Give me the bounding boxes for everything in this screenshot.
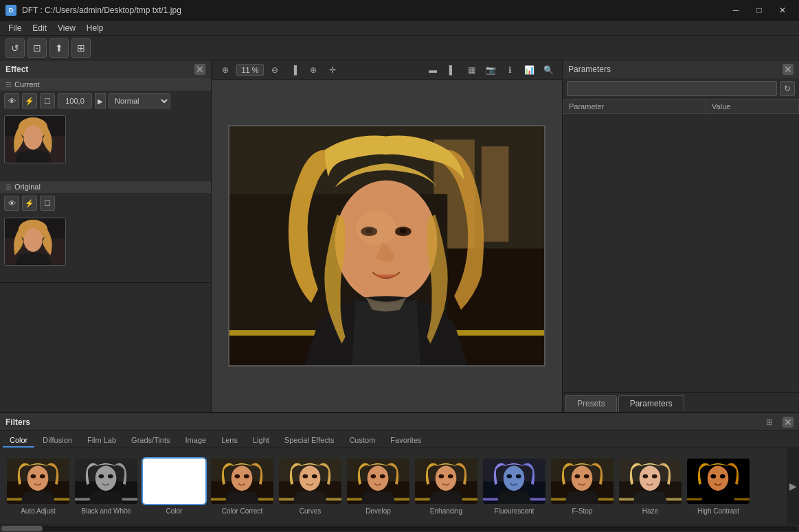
split-h-btn[interactable]: ▬: [425, 62, 441, 78]
filter-tab-favorites[interactable]: Favorites: [383, 434, 428, 448]
filter-tab-filmlab[interactable]: Film Lab: [80, 434, 123, 448]
svg-point-89: [708, 466, 729, 491]
layer-mask-btn[interactable]: ☐: [40, 93, 55, 108]
filters-panel: Filters ⊞ ✕ Color Diffusion Film Lab Gra…: [0, 412, 799, 532]
center-area: ⊕ 11 % ⊖ ▐ ⊕ ✛ ▬ ▌ ▦ 📷 ℹ 📊 🔍: [212, 60, 562, 412]
filter-tab-color[interactable]: Color: [3, 434, 34, 448]
layer-visibility-btn[interactable]: 👁: [4, 93, 19, 108]
loupe-btn[interactable]: 🔍: [540, 62, 556, 78]
effect-section-header: Effect ✕: [0, 60, 211, 78]
param-col-header: Parameter: [563, 100, 706, 114]
menu-edit[interactable]: Edit: [27, 22, 52, 34]
filter-item[interactable]: Fluourescent: [482, 457, 547, 515]
filter-item[interactable]: Auto Adjust: [5, 457, 71, 515]
presets-tab[interactable]: Presets: [565, 395, 617, 412]
opacity-arrow[interactable]: ▶: [95, 93, 106, 108]
filter-tab-image[interactable]: Image: [179, 434, 214, 448]
effect-close-button[interactable]: ✕: [194, 64, 205, 75]
params-close-button[interactable]: ✕: [783, 64, 794, 75]
filter-thumb-label: Haze: [642, 507, 658, 515]
svg-point-84: [652, 474, 657, 478]
filter-thumb-image: [550, 457, 615, 505]
filter-item[interactable]: F-Stop: [550, 457, 615, 515]
svg-point-68: [504, 466, 525, 491]
zoom-out-btn[interactable]: ⊖: [267, 62, 283, 78]
toolbar-save[interactable]: ⊞: [71, 38, 91, 58]
filter-item[interactable]: Develop: [346, 457, 411, 515]
image-toolbar: ⊕ 11 % ⊖ ▐ ⊕ ✛ ▬ ▌ ▦ 📷 ℹ 📊 🔍: [212, 60, 562, 80]
filter-thumb-image: [686, 457, 751, 505]
histogram-btn[interactable]: 📊: [521, 62, 537, 78]
svg-point-83: [642, 474, 648, 478]
split-vertical-btn[interactable]: ▐: [286, 62, 302, 78]
parameters-tab[interactable]: Parameters: [618, 395, 684, 412]
filter-item[interactable]: Haze: [618, 457, 683, 515]
fit-btn[interactable]: ⊕: [305, 62, 322, 78]
svg-point-76: [574, 474, 580, 478]
right-tabs: Presets Parameters: [563, 392, 799, 412]
filter-scroll-right[interactable]: ▶: [787, 448, 799, 524]
split-v-btn[interactable]: ▌: [444, 62, 460, 78]
opacity-input[interactable]: [58, 93, 92, 108]
pan-btn[interactable]: ✛: [324, 62, 341, 78]
filter-item[interactable]: Color Correct: [210, 457, 275, 515]
svg-point-28: [40, 474, 45, 478]
filter-thumb-label: Fluourescent: [495, 507, 534, 515]
svg-point-20: [400, 228, 407, 233]
main-toolbar: ↺ ⊡ ⬆ ⊞: [0, 36, 799, 60]
filter-item[interactable]: Color: [142, 457, 207, 515]
main-layout: Effect ✕ ☰ Current 👁 ⚡ ☐ ▶ Normal Mu: [0, 60, 799, 412]
camera-btn[interactable]: 📷: [482, 62, 499, 78]
title-text: DFT : C:/Users/admin/Desktop/tmp txt/1.j…: [22, 5, 181, 15]
layer-power-btn[interactable]: ⚡: [22, 93, 37, 108]
filter-thumbs-container: Auto Adjust Black and White Color: [0, 448, 799, 524]
close-button[interactable]: ✕: [772, 3, 794, 17]
svg-point-42: [244, 474, 249, 478]
filter-thumb-label: Curves: [300, 507, 322, 515]
current-thumbnail: [4, 115, 66, 163]
params-search-input[interactable]: [567, 81, 777, 96]
filter-thumb-label: Black and White: [81, 507, 131, 515]
grid-btn[interactable]: ▦: [463, 62, 480, 78]
scrollbar-thumb[interactable]: [1, 526, 43, 531]
svg-rect-11: [482, 146, 509, 242]
filter-tab-grads[interactable]: Grads/Tints: [124, 434, 177, 448]
maximize-button[interactable]: □: [748, 3, 770, 17]
toolbar-rotate-left[interactable]: ↺: [5, 38, 25, 58]
menu-help[interactable]: Help: [81, 22, 109, 34]
effect-section-title: Effect: [5, 65, 28, 74]
params-search: ↻: [563, 78, 799, 99]
svg-point-75: [572, 466, 593, 491]
filter-thumb-image: [74, 457, 139, 505]
info-btn[interactable]: ℹ: [502, 62, 518, 78]
toolbar-upload[interactable]: ⬆: [49, 38, 69, 58]
filter-tab-special[interactable]: Special Effects: [278, 434, 341, 448]
filter-item[interactable]: Curves: [278, 457, 343, 515]
filter-item[interactable]: High Contrast: [686, 457, 751, 515]
grid-view-button[interactable]: ⊞: [762, 415, 777, 430]
filter-tab-lens[interactable]: Lens: [214, 434, 245, 448]
filter-tab-custom[interactable]: Custom: [342, 434, 382, 448]
filter-tab-light[interactable]: Light: [246, 434, 276, 448]
main-image: [228, 125, 545, 367]
orig-mask-btn[interactable]: ☐: [40, 196, 55, 211]
params-refresh-button[interactable]: ↻: [780, 81, 795, 96]
menu-view[interactable]: View: [52, 22, 81, 34]
filter-tab-diffusion[interactable]: Diffusion: [36, 434, 79, 448]
filter-item[interactable]: Black and White: [74, 457, 139, 515]
orig-power-btn[interactable]: ⚡: [22, 196, 37, 211]
orig-visibility-btn[interactable]: 👁: [4, 196, 19, 211]
svg-point-3: [23, 126, 42, 150]
zoom-in-btn[interactable]: ⊕: [217, 62, 234, 78]
filter-item[interactable]: Enhancing: [414, 457, 479, 515]
svg-point-82: [640, 466, 661, 491]
blend-mode-select[interactable]: Normal Multiply Screen Overlay: [109, 93, 170, 108]
bottom-scrollbar[interactable]: [0, 524, 799, 532]
filter-thumb-image: [482, 457, 547, 505]
menu-file[interactable]: File: [3, 22, 27, 34]
original-thumbnail-area: [0, 213, 211, 282]
original-thumbnail: [4, 218, 66, 266]
minimize-button[interactable]: ─: [725, 3, 747, 17]
toolbar-crop[interactable]: ⊡: [27, 38, 47, 58]
filters-close-button[interactable]: ✕: [783, 417, 794, 428]
